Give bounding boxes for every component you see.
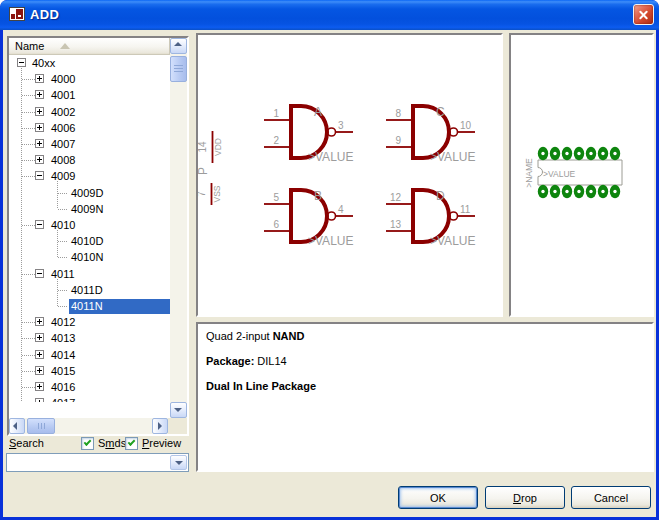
tree-item-4010[interactable]: 4010	[9, 217, 170, 233]
tree-connector-line	[58, 290, 68, 291]
checkmark-icon	[84, 438, 92, 446]
schematic-preview-svg: 123A>VALUE8910C>VALUE564B>VALUE121311D>V…	[198, 35, 501, 315]
horizontal-scroll-thumb[interactable]	[27, 418, 55, 434]
tree-item-label: 4009	[49, 169, 77, 184]
tree-item-4010n[interactable]: 4010N	[9, 249, 170, 265]
package-preview-panel: >NAME>VALUE	[509, 33, 654, 317]
vertical-scroll-thumb[interactable]	[170, 56, 187, 82]
collapse-box-icon[interactable]	[17, 58, 26, 67]
expand-box-icon[interactable]	[35, 398, 44, 402]
scroll-left-button[interactable]	[9, 418, 25, 434]
tree-item-4013[interactable]: 4013	[9, 330, 170, 346]
tree-item-4008[interactable]: 4008	[9, 152, 170, 168]
expand-box-icon[interactable]	[35, 90, 44, 99]
expand-box-icon[interactable]	[35, 155, 44, 164]
svg-text:C: C	[436, 105, 445, 119]
tree-column-header-name[interactable]: Name	[9, 38, 170, 55]
tree-item-4010d[interactable]: 4010D	[9, 233, 170, 249]
tree-item-4000[interactable]: 4000	[9, 71, 170, 87]
tree-item-label: 4011N	[69, 299, 170, 314]
tree-item-label: 4009D	[69, 186, 105, 201]
tree-connector-line	[22, 371, 35, 372]
tree-item-4009n[interactable]: 4009N	[9, 201, 170, 217]
scroll-down-button[interactable]	[170, 402, 187, 418]
expand-box-icon[interactable]	[35, 123, 44, 132]
search-input[interactable]	[9, 456, 167, 469]
tree-vertical-scrollbar[interactable]	[170, 38, 187, 418]
expand-box-icon[interactable]	[35, 139, 44, 148]
svg-text:10: 10	[460, 120, 472, 131]
tree-connector-line	[22, 95, 35, 96]
description-title: Quad 2-input NAND	[206, 330, 644, 342]
tree-connector-line	[22, 322, 35, 323]
tree-connector-line	[22, 128, 35, 129]
tree-connector-line	[22, 387, 35, 388]
tree-item-4009d[interactable]: 4009D	[9, 185, 170, 201]
add-dialog: ADD Name 40xx400040014002400640074008400…	[0, 0, 659, 520]
arrow-down-icon	[174, 408, 182, 412]
title-bar[interactable]: ADD	[0, 0, 659, 30]
svg-text:>VALUE: >VALUE	[308, 234, 353, 248]
close-icon[interactable]	[633, 4, 654, 25]
tree-item-4014[interactable]: 4014	[9, 347, 170, 363]
tree-item-4006[interactable]: 4006	[9, 120, 170, 136]
svg-text:14: 14	[198, 141, 208, 153]
drop-button[interactable]: Drop	[485, 486, 565, 509]
tree-item-4016[interactable]: 4016	[9, 379, 170, 395]
svg-text:11: 11	[460, 204, 471, 215]
tree-connector-line	[58, 257, 68, 258]
tree-item-4007[interactable]: 4007	[9, 136, 170, 152]
chevron-down-icon	[175, 461, 183, 465]
tree-item-4012[interactable]: 4012	[9, 314, 170, 330]
tree-connector-line	[22, 274, 35, 275]
scroll-right-button[interactable]	[152, 418, 168, 434]
tree-connector-line	[22, 160, 35, 161]
smds-checkbox[interactable]	[81, 437, 94, 450]
expand-box-icon[interactable]	[35, 382, 44, 391]
tree-item-4015[interactable]: 4015	[9, 363, 170, 379]
smds-label: Smds	[98, 437, 126, 449]
collapse-box-icon[interactable]	[35, 220, 44, 229]
ok-button[interactable]: OK	[398, 486, 478, 509]
svg-text:13: 13	[390, 219, 402, 230]
preview-checkbox[interactable]	[125, 437, 138, 450]
tree-item-4011n[interactable]: 4011N	[9, 298, 170, 314]
tree-item-4017[interactable]: 4017	[9, 395, 170, 402]
description-panel: Quad 2-input NAND Package: DIL14 Dual In…	[196, 322, 654, 472]
expand-box-icon[interactable]	[35, 107, 44, 116]
tree-item-label: 4016	[49, 380, 77, 395]
tree-item-4011d[interactable]: 4011D	[9, 282, 170, 298]
tree-item-4001[interactable]: 4001	[9, 87, 170, 103]
svg-text:A: A	[314, 105, 322, 119]
tree-item-4011[interactable]: 4011	[9, 266, 170, 282]
scroll-up-button[interactable]	[170, 38, 187, 54]
tree-connector-line	[57, 279, 58, 306]
arrow-left-icon	[13, 422, 17, 430]
tree-connector-line	[58, 193, 68, 194]
tree-item-label: 4014	[49, 348, 77, 363]
tree-connector-line	[22, 355, 35, 356]
tree-item-4002[interactable]: 4002	[9, 104, 170, 120]
tree-connector-line	[22, 225, 35, 226]
svg-text:8: 8	[395, 108, 401, 119]
description-package: Package: DIL14	[206, 355, 644, 367]
cancel-button[interactable]: Cancel	[571, 486, 651, 509]
search-combobox[interactable]	[6, 453, 189, 472]
expand-box-icon[interactable]	[35, 74, 44, 83]
expand-box-icon[interactable]	[35, 333, 44, 342]
tree-item-4009[interactable]: 4009	[9, 168, 170, 184]
collapse-box-icon[interactable]	[35, 269, 44, 278]
expand-box-icon[interactable]	[35, 366, 44, 375]
svg-text:VSS: VSS	[212, 185, 222, 202]
combo-dropdown-button[interactable]	[170, 455, 187, 470]
collapse-box-icon[interactable]	[35, 171, 44, 180]
svg-text:D: D	[436, 189, 445, 203]
sort-ascending-icon	[60, 43, 70, 49]
tree-item-40xx[interactable]: 40xx	[9, 55, 170, 71]
expand-box-icon[interactable]	[35, 317, 44, 326]
tree-item-label: 4011	[49, 267, 77, 282]
tree-horizontal-scrollbar[interactable]	[9, 418, 168, 434]
expand-box-icon[interactable]	[35, 350, 44, 359]
svg-text:7: 7	[198, 191, 207, 197]
svg-text:6: 6	[273, 219, 279, 230]
